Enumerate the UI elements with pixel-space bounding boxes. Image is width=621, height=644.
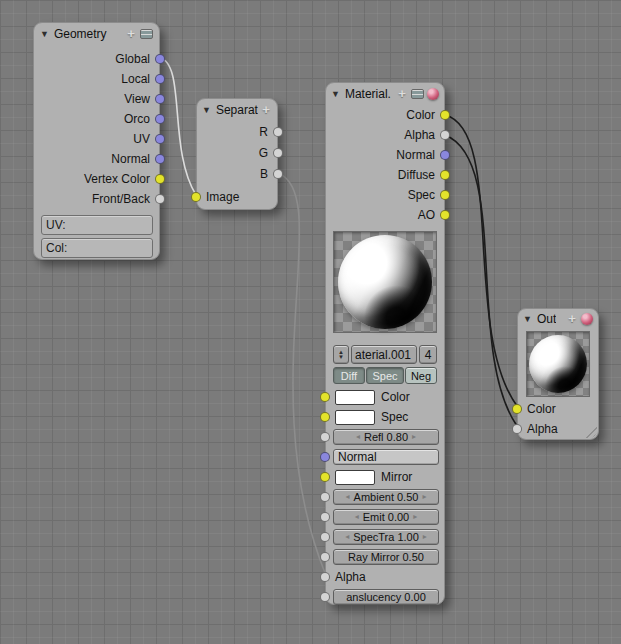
output-socket-vertex-color[interactable] (155, 174, 165, 184)
input-row-mirror: Mirror (326, 467, 444, 487)
material-preview-icon[interactable] (427, 88, 439, 100)
slider-left-icon[interactable]: ◂ (345, 533, 349, 541)
socket-label: Vertex Color (84, 172, 150, 186)
node-editor-canvas[interactable]: ▼ Geometry + Global Local View Orco (0, 0, 621, 644)
mirror-swatch[interactable] (335, 470, 375, 485)
node-material-header[interactable]: ▼ Material. + (326, 83, 444, 105)
node-title: Geometry (54, 27, 107, 41)
output-socket-ao[interactable] (440, 210, 450, 220)
ambient-slider[interactable]: ◂ Ambient 0.50 ▸ (333, 489, 439, 505)
output-socket-orco[interactable] (155, 114, 165, 124)
collapse-icon[interactable]: ▼ (523, 314, 532, 324)
toggle-spec[interactable]: Spec (366, 367, 404, 384)
link-material-alpha-to-out-alpha[interactable] (445, 135, 517, 426)
translucency-slider[interactable]: anslucency 0.00 (333, 589, 439, 605)
output-socket-g[interactable] (273, 148, 283, 158)
datablock-browse-stepper[interactable]: ▲ ▼ (333, 345, 349, 364)
socket-label: Normal (111, 152, 150, 166)
plus-icon[interactable]: + (260, 104, 272, 116)
datablock-users-button[interactable]: 4 (419, 345, 437, 364)
slider-right-icon[interactable]: ▸ (422, 493, 426, 501)
vertex-color-layer-field[interactable]: Col: (41, 238, 153, 258)
toggle-neg[interactable]: Neg (405, 367, 437, 384)
slider-label: Emit 0.00 (363, 511, 409, 523)
socket-label: Global (115, 52, 150, 66)
collapse-icon[interactable]: ▼ (202, 105, 211, 115)
input-row-ambient: ◂ Ambient 0.50 ▸ (326, 487, 444, 507)
slider-left-icon[interactable]: ◂ (355, 513, 359, 521)
node-output-header[interactable]: ▼ Out + (518, 309, 598, 329)
node-output[interactable]: ▼ Out + Color Alpha (517, 308, 599, 440)
normal-button[interactable]: Normal (333, 449, 439, 465)
plus-icon[interactable]: + (125, 28, 137, 40)
stepper-down-icon[interactable]: ▼ (338, 355, 344, 360)
input-socket-refl[interactable] (320, 432, 330, 442)
output-socket-normal[interactable] (440, 150, 450, 160)
link-separate-b-to-material-alpha[interactable] (278, 173, 325, 573)
output-socket-r[interactable] (273, 127, 283, 137)
input-socket-ambient[interactable] (320, 492, 330, 502)
slider-label: Ambient 0.50 (354, 491, 419, 503)
output-socket-local[interactable] (155, 74, 165, 84)
ray-mirror-slider[interactable]: Ray Mirror 0.50 (333, 549, 439, 565)
menu-icon[interactable] (140, 29, 153, 39)
emit-slider[interactable]: ◂ Emit 0.00 ▸ (333, 509, 439, 525)
socket-row-view: View (34, 89, 159, 109)
spectra-slider[interactable]: ◂ SpecTra 1.00 ▸ (333, 529, 439, 545)
input-socket-color[interactable] (512, 404, 522, 414)
socket-label: Alpha (404, 128, 435, 142)
menu-icon[interactable] (411, 89, 424, 99)
input-socket-spec[interactable] (320, 412, 330, 422)
output-socket-spec[interactable] (440, 190, 450, 200)
input-socket-emit[interactable] (320, 512, 330, 522)
output-socket-global[interactable] (155, 54, 165, 64)
slider-right-icon[interactable]: ▸ (423, 533, 427, 541)
output-socket-view[interactable] (155, 94, 165, 104)
output-socket-front-back[interactable] (155, 194, 165, 204)
slider-right-icon[interactable]: ▸ (413, 513, 417, 521)
socket-label: Local (121, 72, 150, 86)
material-preview (333, 231, 437, 333)
input-socket-ray-mirror[interactable] (320, 552, 330, 562)
output-socket-b[interactable] (273, 169, 283, 179)
input-socket-translucency[interactable] (320, 592, 330, 602)
input-socket-image[interactable] (191, 192, 201, 202)
node-material[interactable]: ▼ Material. + Color Alpha Normal Di (325, 82, 445, 605)
input-socket-spectra[interactable] (320, 532, 330, 542)
input-socket-mirror[interactable] (320, 472, 330, 482)
input-socket-color[interactable] (320, 392, 330, 402)
socket-label: AO (418, 208, 435, 222)
node-separate-rgb[interactable]: ▼ Separat + R G B Image (196, 98, 278, 210)
slider-left-icon[interactable]: ◂ (356, 433, 360, 441)
input-socket-alpha[interactable] (320, 572, 330, 582)
output-socket-color[interactable] (440, 110, 450, 120)
node-geometry[interactable]: ▼ Geometry + Global Local View Orco (33, 22, 160, 260)
input-socket-normal[interactable] (320, 452, 330, 462)
slider-label: Ray Mirror 0.50 (348, 551, 424, 563)
node-geometry-header[interactable]: ▼ Geometry + (34, 23, 159, 45)
toggle-diff[interactable]: Diff (333, 367, 365, 384)
node-separate-header[interactable]: ▼ Separat + (197, 99, 277, 121)
spec-swatch[interactable] (335, 410, 375, 425)
datablock-name-field[interactable]: aterial.001 (351, 345, 417, 364)
output-socket-diffuse[interactable] (440, 170, 450, 180)
uv-layer-field[interactable]: UV: (41, 215, 153, 235)
slider-label: anslucency 0.00 (346, 591, 426, 603)
plus-icon[interactable]: + (566, 313, 578, 325)
render-preview-icon[interactable] (581, 313, 593, 325)
slider-right-icon[interactable]: ▸ (412, 433, 416, 441)
output-socket-alpha[interactable] (440, 130, 450, 140)
socket-row-alpha: Alpha (326, 125, 444, 145)
output-socket-normal[interactable] (155, 154, 165, 164)
collapse-icon[interactable]: ▼ (40, 29, 49, 39)
collapse-icon[interactable]: ▼ (331, 89, 340, 99)
link-material-color-to-out-color[interactable] (445, 115, 517, 406)
link-geometry-global-to-separate-image[interactable] (160, 58, 196, 195)
color-swatch[interactable] (335, 390, 375, 405)
input-socket-alpha[interactable] (512, 424, 522, 434)
slider-left-icon[interactable]: ◂ (346, 493, 350, 501)
plus-icon[interactable]: + (396, 88, 408, 100)
input-row-alpha: Alpha (326, 567, 444, 587)
refl-slider[interactable]: ◂ Refl 0.80 ▸ (333, 429, 439, 445)
output-socket-uv[interactable] (155, 134, 165, 144)
